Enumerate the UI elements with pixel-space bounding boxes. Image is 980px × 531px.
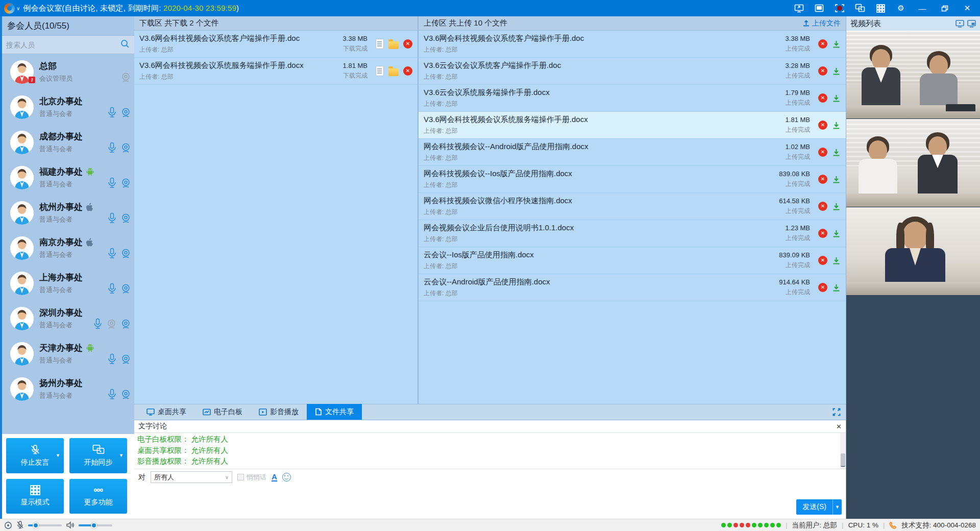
delete-file-icon[interactable]: ✕ (818, 256, 827, 265)
chevron-down-icon[interactable]: ∨ (16, 6, 20, 11)
minimize-button[interactable]: — (914, 2, 931, 14)
microphone-icon[interactable] (107, 107, 117, 118)
participant-row[interactable]: 深圳办事处 普通与会者 (2, 301, 134, 336)
close-icon[interactable]: ✕ (836, 423, 842, 430)
camera-disabled-icon[interactable] (106, 319, 117, 329)
message-input-area[interactable]: 发送(S) ▼ (134, 486, 846, 519)
emoji-icon[interactable] (282, 473, 291, 481)
delete-file-icon[interactable]: ✕ (818, 66, 827, 76)
send-button[interactable]: 发送(S) ▼ (796, 499, 842, 515)
video-thumbnail[interactable] (846, 119, 980, 207)
participant-row[interactable]: 南京办事处 普通与会者 (2, 230, 134, 266)
sync-screens-icon[interactable] (852, 2, 868, 14)
delete-file-icon[interactable]: ✕ (818, 229, 827, 238)
microphone-icon[interactable] (107, 142, 117, 154)
participant-row[interactable]: ⚷ 总部 会议管理员 (2, 54, 134, 89)
microphone-icon[interactable] (107, 353, 117, 365)
microphone-icon[interactable] (107, 212, 117, 224)
download-file-icon[interactable] (832, 283, 841, 292)
download-file-icon[interactable] (832, 202, 841, 211)
microphone-icon[interactable] (107, 283, 117, 295)
delete-file-icon[interactable]: ✕ (818, 202, 827, 211)
send-options-caret[interactable]: ▼ (832, 499, 842, 515)
participant-row[interactable]: 上海办事处 普通与会者 (2, 266, 134, 301)
upload-file-row[interactable]: V3.6云会议系统服务端操作手册.docx 上传者: 总部 1.79 MB 上传… (419, 85, 846, 112)
upload-file-row[interactable]: 网会科技视频会议--Android版产品使用指南.docx 上传者: 总部 1.… (419, 139, 846, 166)
start-sync-button[interactable]: 开始同步 ▼ (69, 438, 127, 473)
whisper-checkbox[interactable]: 悄悄话 (237, 473, 266, 482)
recipient-dropdown[interactable]: 所有人 ∨ (151, 471, 232, 483)
video-thumbnail[interactable] (846, 207, 980, 296)
record-icon[interactable] (832, 2, 847, 14)
download-file-icon[interactable] (832, 121, 841, 130)
webcam-status-icon[interactable] (4, 521, 12, 529)
delete-file-icon[interactable]: ✕ (818, 283, 827, 292)
mic-volume-slider[interactable] (28, 524, 62, 526)
participant-row[interactable]: 天津办事处 普通与会者 (2, 336, 134, 371)
participant-row[interactable]: 福建办事处 普通与会者 (2, 160, 134, 195)
settings-gear-icon[interactable]: ⚙ (893, 2, 909, 14)
tab-whiteboard[interactable]: 电子白板 (194, 404, 251, 420)
delete-file-icon[interactable]: ✕ (818, 148, 827, 157)
upload-file-row[interactable]: 云会议--Ios版产品使用指南.docx 上传者: 总部 839.09 KB 上… (419, 247, 846, 274)
delete-file-icon[interactable]: ✕ (818, 120, 827, 130)
display-mode-button[interactable]: 显示模式 (6, 479, 64, 514)
upload-file-row[interactable]: V3.6云会议会议系统客户端操作手册.doc 上传者: 总部 3.28 MB 上… (419, 58, 846, 85)
speaker-icon[interactable] (66, 521, 75, 529)
camera-icon[interactable] (120, 319, 131, 329)
video-thumbnail[interactable] (846, 31, 980, 119)
camera-disabled-icon[interactable] (120, 72, 131, 83)
upload-file-row[interactable]: 网会视频会议企业后台使用说明书1.0.1.docx 上传者: 总部 1.23 M… (419, 220, 846, 247)
upload-file-row[interactable]: 云会议--Android版产品使用指南.docx 上传者: 总部 914.64 … (419, 274, 846, 301)
delete-file-icon[interactable]: ✕ (818, 175, 827, 184)
delete-file-icon[interactable]: ✕ (818, 39, 827, 49)
upload-file-link[interactable]: 上传文件 (802, 19, 841, 28)
camera-icon[interactable] (120, 142, 131, 153)
stop-speaking-button[interactable]: 停止发言 ▼ (6, 438, 64, 473)
microphone-muted-icon[interactable] (16, 521, 24, 529)
microphone-icon[interactable] (107, 177, 117, 189)
download-file-icon[interactable] (832, 229, 841, 238)
upload-file-row[interactable]: 网会科技视频会议微信小程序快速指南.docx 上传者: 总部 614.58 KB… (419, 193, 846, 220)
microphone-icon[interactable] (107, 389, 117, 400)
participant-row[interactable]: 北京办事处 普通与会者 (2, 89, 134, 125)
upload-file-row[interactable]: V3.6网会科技视频会议系统服务端操作手册.docx 上传者: 总部 1.81 … (419, 112, 846, 139)
participant-row[interactable]: 杭州办事处 普通与会者 (2, 195, 134, 230)
tab-media-play[interactable]: 影音播放 (251, 404, 307, 420)
delete-file-icon[interactable]: ✕ (403, 66, 412, 76)
fullscreen-icon[interactable] (832, 408, 841, 416)
download-file-icon[interactable] (832, 94, 841, 103)
camera-icon[interactable] (120, 389, 131, 400)
download-file-icon[interactable] (832, 40, 841, 49)
download-file-row[interactable]: V3.6网会科技视频会议系统客户端操作手册.doc 上传者: 总部 3.38 M… (134, 31, 418, 58)
upload-file-row[interactable]: 网会科技视频会议--Ios版产品使用指南.docx 上传者: 总部 839.08… (419, 166, 846, 193)
upload-file-row[interactable]: V3.6网会科技视频会议系统客户端操作手册.doc 上传者: 总部 3.38 M… (419, 31, 846, 58)
tab-desktop-share[interactable]: 桌面共享 (138, 404, 194, 420)
speaker-volume-slider[interactable] (79, 524, 112, 526)
delete-file-icon[interactable]: ✕ (403, 39, 412, 49)
video-layout-icon[interactable] (955, 20, 964, 28)
open-file-icon[interactable] (376, 39, 384, 49)
restore-button[interactable] (936, 2, 953, 14)
download-file-icon[interactable] (832, 256, 841, 265)
download-file-row[interactable]: V3.6网会科技视频会议系统服务端操作手册.docx 上传者: 总部 1.81 … (134, 58, 418, 85)
close-button[interactable]: ✕ (959, 2, 976, 14)
display-grid-icon[interactable] (873, 2, 888, 14)
screen-share-icon[interactable] (791, 2, 806, 14)
search-icon[interactable] (120, 39, 130, 51)
camera-icon[interactable] (120, 178, 131, 188)
more-functions-button[interactable]: 更多功能 (69, 479, 127, 514)
tab-file-share[interactable]: 文件共享 (307, 404, 362, 420)
download-file-icon[interactable] (832, 175, 841, 184)
microphone-icon[interactable] (107, 248, 117, 259)
delete-file-icon[interactable]: ✕ (818, 93, 827, 103)
open-folder-icon[interactable] (388, 41, 399, 49)
download-file-icon[interactable] (832, 148, 841, 157)
whiteboard-icon[interactable] (812, 2, 827, 14)
camera-icon[interactable] (120, 107, 131, 118)
microphone-icon[interactable] (93, 318, 103, 330)
search-input[interactable] (6, 41, 120, 49)
video-popup-icon[interactable] (967, 20, 976, 28)
participant-row[interactable]: 扬州办事处 普通与会者 (2, 371, 134, 406)
participant-row[interactable]: 成都办事处 普通与会者 (2, 125, 134, 160)
